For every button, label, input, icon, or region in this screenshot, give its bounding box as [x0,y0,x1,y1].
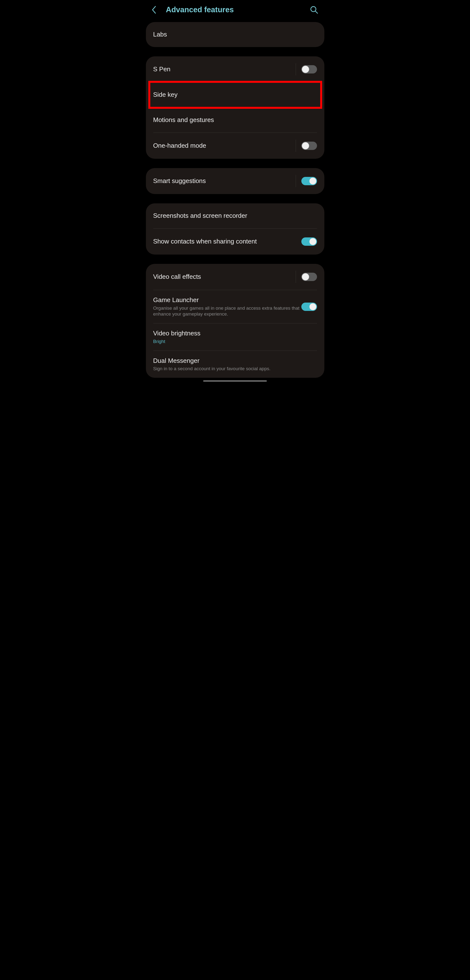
chevron-left-icon [151,5,156,14]
row-subtitle: Organise all your games all in one place… [153,305,301,317]
toggle-knob [302,142,309,150]
row-content: Labs [153,30,317,39]
row-content: Dual Messenger Sign in to a second accou… [153,357,317,372]
row-label: Labs [153,30,317,39]
labs-row[interactable]: Labs [146,22,324,47]
page-title: Advanced features [166,5,309,14]
row-content: Show contacts when sharing content [153,237,301,246]
search-button[interactable] [309,5,319,15]
svg-point-0 [311,6,316,12]
toggle-knob [309,238,316,245]
toggle-wrap [301,235,317,248]
row-subtitle: Sign in to a second account in your favo… [153,366,317,372]
toggle-separator [296,271,317,283]
row-content: Video brightness Bright [153,329,317,344]
toggle-knob [309,303,316,310]
show-contacts-row[interactable]: Show contacts when sharing content [146,229,324,255]
s-pen-toggle[interactable] [301,65,317,73]
row-label: Side key [153,91,317,99]
toggle-wrap [301,301,317,313]
row-content: S Pen [153,65,291,73]
settings-group: Screenshots and screen recorder Show con… [146,204,324,255]
video-call-effects-row[interactable]: Video call effects [146,264,324,290]
row-content: Screenshots and screen recorder [153,212,317,220]
row-content: One-handed mode [153,142,291,150]
settings-group: Smart suggestions [146,168,324,194]
row-label: Game Launcher [153,296,301,304]
row-content: Game Launcher Organise all your games al… [153,296,301,317]
row-label: Video brightness [153,329,317,337]
screenshots-recorder-row[interactable]: Screenshots and screen recorder [146,204,324,228]
row-label: One-handed mode [153,142,291,150]
smart-suggestions-toggle[interactable] [301,177,317,185]
game-launcher-row[interactable]: Game Launcher Organise all your games al… [146,290,324,323]
side-key-row[interactable]: Side key [146,82,324,107]
search-icon [310,6,318,14]
s-pen-row[interactable]: S Pen [146,56,324,82]
toggle-knob [302,66,309,73]
smart-suggestions-row[interactable]: Smart suggestions [146,168,324,194]
toggle-separator [296,175,317,187]
row-label: Dual Messenger [153,357,317,365]
screen-root: Advanced features Labs S Pen Si [143,0,327,383]
toggle-knob [309,177,316,185]
row-content: Side key [153,91,317,99]
video-call-effects-toggle[interactable] [301,273,317,281]
row-subtitle: Bright [153,339,317,345]
toggle-knob [302,273,309,280]
row-label: Smart suggestions [153,177,291,185]
header: Advanced features [143,0,327,22]
row-content: Video call effects [153,273,291,281]
row-content: Motions and gestures [153,116,317,124]
settings-group: S Pen Side key Motions and gestures One-… [146,56,324,159]
svg-line-1 [315,11,318,13]
back-button[interactable] [149,5,159,15]
settings-group: Video call effects Game Launcher Organis… [146,264,324,378]
one-handed-toggle[interactable] [301,142,317,150]
home-indicator[interactable] [203,380,267,382]
row-label: S Pen [153,65,291,73]
game-launcher-toggle[interactable] [301,302,317,311]
row-label: Show contacts when sharing content [153,237,301,246]
dual-messenger-row[interactable]: Dual Messenger Sign in to a second accou… [146,351,324,378]
toggle-separator [296,140,317,152]
settings-group: Labs [146,22,324,47]
row-label: Motions and gestures [153,116,317,124]
show-contacts-toggle[interactable] [301,237,317,246]
row-label: Screenshots and screen recorder [153,212,317,220]
row-content: Smart suggestions [153,177,291,185]
video-brightness-row[interactable]: Video brightness Bright [146,323,324,350]
row-label: Video call effects [153,273,291,281]
toggle-separator [296,63,317,75]
motions-gestures-row[interactable]: Motions and gestures [146,108,324,132]
one-handed-mode-row[interactable]: One-handed mode [146,133,324,159]
